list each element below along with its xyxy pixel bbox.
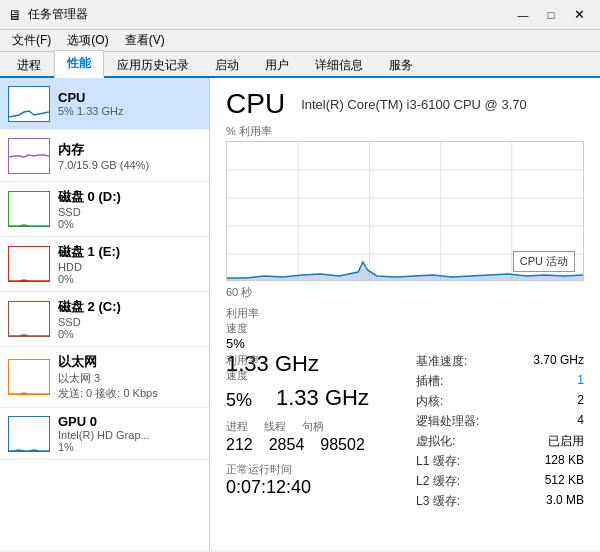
l3-value: 3.0 MB [546, 493, 584, 510]
stats-left-col: 利用率 速度 5% 1.33 GHz 进程 [226, 353, 386, 513]
tab-users[interactable]: 用户 [252, 52, 302, 78]
disk1-sub2: 0% [58, 273, 201, 285]
gpu-thumb [8, 416, 50, 452]
sockets-label: 插槽: [416, 373, 443, 390]
graph-label: % 利用率 [226, 124, 584, 139]
sidebar-item-memory[interactable]: 内存 7.0/15.9 GB (44%) [0, 130, 209, 182]
threads-label: 线程 [264, 419, 286, 434]
sidebar-item-disk1[interactable]: 磁盘 1 (E:) HDD 0% [0, 237, 209, 292]
l2-row: L2 缓存: 512 KB [416, 473, 584, 490]
menu-view[interactable]: 查看(V) [117, 30, 173, 51]
tab-details[interactable]: 详细信息 [302, 52, 376, 78]
cpu-graph: CPU 活动 [226, 141, 584, 281]
util-value: 5% [226, 390, 252, 411]
handles-label: 句柄 [302, 419, 324, 434]
disk2-thumb [8, 301, 50, 337]
tab-bar: 进程 性能 应用历史记录 启动 用户 详细信息 服务 [0, 52, 600, 78]
menu-options[interactable]: 选项(O) [59, 30, 116, 51]
tab-app-history[interactable]: 应用历史记录 [104, 52, 202, 78]
tab-services[interactable]: 服务 [376, 52, 426, 78]
mem-info: 内存 7.0/15.9 GB (44%) [58, 141, 201, 171]
disk0-info: 磁盘 0 (D:) SSD 0% [58, 188, 201, 230]
disk2-label: 磁盘 2 (C:) [58, 298, 201, 316]
stat-utilrate-label: 利用率 [226, 306, 584, 321]
cores-label: 内核: [416, 393, 443, 410]
disk2-info: 磁盘 2 (C:) SSD 0% [58, 298, 201, 340]
l3-label: L3 缓存: [416, 493, 460, 510]
procs-value: 212 [226, 436, 253, 454]
basespeed-label: 基准速度: [416, 353, 467, 370]
sidebar: CPU 5% 1.33 GHz 内存 7.0/15.9 GB (44%) [0, 78, 210, 550]
detail-subtitle: Intel(R) Core(TM) i3-6100 CPU @ 3.70 [301, 97, 527, 112]
l1-label: L1 缓存: [416, 453, 460, 470]
tab-performance[interactable]: 性能 [54, 50, 104, 78]
stat-utilrate-value: 5% [226, 336, 584, 351]
l2-value: 512 KB [545, 473, 584, 490]
disk0-thumb [8, 191, 50, 227]
cpu-label: CPU [58, 90, 201, 105]
net-thumb [8, 359, 50, 395]
basespeed-value: 3.70 GHz [533, 353, 584, 370]
threads-value: 2854 [269, 436, 305, 454]
virt-label: 虚拟化: [416, 433, 455, 450]
net-sub1: 以太网 3 [58, 371, 201, 386]
cpu-activity-label: CPU 活动 [513, 251, 575, 272]
minimize-button[interactable]: — [510, 5, 536, 25]
l3-row: L3 缓存: 3.0 MB [416, 493, 584, 510]
l2-label: L2 缓存: [416, 473, 460, 490]
mem-sub: 7.0/15.9 GB (44%) [58, 159, 201, 171]
maximize-button[interactable]: □ [538, 5, 564, 25]
disk0-label: 磁盘 0 (D:) [58, 188, 201, 206]
l1-value: 128 KB [545, 453, 584, 470]
net-label: 以太网 [58, 353, 201, 371]
disk2-sub2: 0% [58, 328, 201, 340]
sidebar-item-disk2[interactable]: 磁盘 2 (C:) SSD 0% [0, 292, 209, 347]
uptime-value: 0:07:12:40 [226, 477, 386, 498]
disk0-sub2: 0% [58, 218, 201, 230]
tab-startup[interactable]: 启动 [202, 52, 252, 78]
sidebar-item-disk0[interactable]: 磁盘 0 (D:) SSD 0% [0, 182, 209, 237]
tab-processes[interactable]: 进程 [4, 52, 54, 78]
cores-value: 2 [577, 393, 584, 410]
virt-row: 虚拟化: 已启用 [416, 433, 584, 450]
stats-right-col: 基准速度: 3.70 GHz 插槽: 1 内核: 2 逻辑处理器: 4 虚拟化: [416, 353, 584, 513]
main-content: CPU 5% 1.33 GHz 内存 7.0/15.9 GB (44%) [0, 78, 600, 550]
detail-panel: CPU Intel(R) Core(TM) i3-6100 CPU @ 3.70… [210, 78, 600, 550]
disk1-sub1: HDD [58, 261, 201, 273]
menu-file[interactable]: 文件(F) [4, 30, 59, 51]
lproc-value: 4 [577, 413, 584, 430]
disk0-sub1: SSD [58, 206, 201, 218]
lproc-row: 逻辑处理器: 4 [416, 413, 584, 430]
app-title: 任务管理器 [28, 6, 88, 23]
mem-label: 内存 [58, 141, 201, 159]
disk1-label: 磁盘 1 (E:) [58, 243, 201, 261]
speed-label: 速度 [226, 368, 259, 383]
net-info: 以太网 以太网 3 发送: 0 接收: 0 Kbps [58, 353, 201, 401]
speed-value: 1.33 GHz [276, 385, 369, 411]
uptime-label: 正常运行时间 [226, 462, 386, 477]
sidebar-item-network[interactable]: 以太网 以太网 3 发送: 0 接收: 0 Kbps [0, 347, 209, 408]
gpu-info: GPU 0 Intel(R) HD Grap... 1% [58, 414, 201, 453]
close-button[interactable]: ✕ [566, 5, 592, 25]
sockets-row: 插槽: 1 [416, 373, 584, 390]
cpu-sub: 5% 1.33 GHz [58, 105, 201, 117]
stat-speed-label: 速度 [226, 321, 584, 336]
lproc-label: 逻辑处理器: [416, 413, 479, 430]
virt-value: 已启用 [548, 433, 584, 450]
cores-row: 内核: 2 [416, 393, 584, 410]
sockets-value: 1 [577, 373, 584, 390]
sidebar-item-gpu[interactable]: GPU 0 Intel(R) HD Grap... 1% [0, 408, 209, 460]
disk1-info: 磁盘 1 (E:) HDD 0% [58, 243, 201, 285]
window-controls: — □ ✕ [510, 5, 592, 25]
gpu-sub2: 1% [58, 441, 201, 453]
detail-header: CPU Intel(R) Core(TM) i3-6100 CPU @ 3.70 [226, 88, 584, 120]
sidebar-item-cpu[interactable]: CPU 5% 1.33 GHz [0, 78, 209, 130]
basespeed-row: 基准速度: 3.70 GHz [416, 353, 584, 370]
detail-title: CPU [226, 88, 285, 120]
cpu-thumb [8, 86, 50, 122]
app-icon: 🖥 [8, 7, 22, 23]
title-bar: 🖥 任务管理器 — □ ✕ [0, 0, 600, 30]
mem-thumb [8, 138, 50, 174]
net-sub2: 发送: 0 接收: 0 Kbps [58, 386, 201, 401]
disk2-sub1: SSD [58, 316, 201, 328]
